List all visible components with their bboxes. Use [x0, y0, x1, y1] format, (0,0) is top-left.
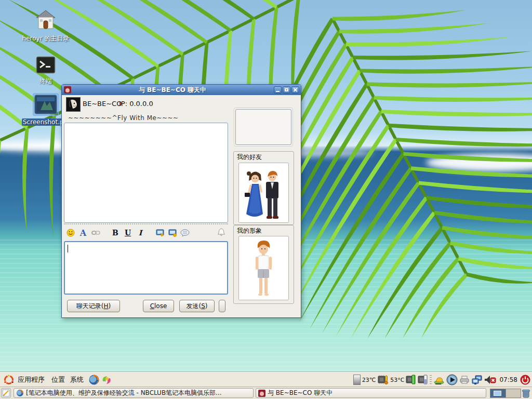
text-caret	[68, 245, 68, 252]
peer-signature: ~~~~~~~~^Fly With Me~~~~	[68, 114, 179, 122]
link-button[interactable]	[91, 228, 100, 237]
chat-app-icon	[258, 390, 265, 397]
dialog-buttons: 聊天记录(H) Close 发送(S)	[62, 300, 230, 314]
window-controls	[274, 86, 299, 94]
self-avatar-art	[239, 236, 288, 300]
cpu-meter-applet[interactable]	[353, 375, 361, 385]
italic-button[interactable]: I	[136, 228, 145, 237]
menu-applications[interactable]: 应用程序	[16, 373, 47, 387]
send-options-button[interactable]	[219, 300, 225, 312]
taskbar-window-chat[interactable]: 与 BE~BE~CO 聊天中	[256, 388, 486, 398]
maximize-button[interactable]	[283, 86, 290, 94]
printer-icon[interactable]	[459, 375, 470, 384]
close-chat-button[interactable]: Close	[143, 300, 174, 312]
workspace-switcher[interactable]	[490, 389, 521, 398]
history-button[interactable]: 聊天记录(H)	[67, 300, 120, 312]
terminal-icon	[36, 56, 56, 74]
workspace-window-thumb	[494, 391, 501, 396]
chip-thermometer-icon[interactable]	[377, 375, 389, 385]
workspace-1-active[interactable]	[490, 389, 506, 397]
desktop-icon-label: heroyr 的主目录	[22, 35, 70, 42]
desktop-icon-terminal[interactable]: 终端	[22, 56, 70, 85]
quit-power-button[interactable]	[520, 375, 530, 385]
screenshot-image-icon	[34, 95, 57, 114]
desktop: heroyr 的主目录 终端 Screenshot.p...	[0, 0, 532, 399]
chat-toolbar: A B U I	[66, 227, 226, 239]
volume-muted-icon[interactable]	[484, 375, 497, 385]
ambient-temperature[interactable]: 23℃	[362, 377, 376, 383]
home-folder-icon	[35, 9, 56, 31]
window-title: 与 BE~BE~CO 聊天中	[71, 85, 274, 95]
chat-app-icon	[64, 86, 71, 94]
bold-button[interactable]: B	[111, 228, 120, 237]
minimize-button[interactable]	[274, 86, 282, 94]
self-image-label: 我的形象	[237, 227, 262, 235]
friends-label: 我的好友	[237, 153, 262, 162]
send-button[interactable]: 发送(S)	[179, 300, 215, 312]
taskbar-window-firefox[interactable]: [笔记本电脑使用、维护及保修经验交流 - NBCLUB笔记本电脑俱乐部...	[14, 388, 254, 398]
tray-drag-handle[interactable]	[430, 375, 432, 384]
selection-highlight	[33, 93, 59, 116]
chat-history[interactable]	[64, 123, 228, 223]
input-method-icon[interactable]	[433, 375, 445, 385]
peer-ip: IP: 0.0.0.0	[119, 100, 153, 108]
cpu-temperature[interactable]: 53°C	[390, 377, 404, 383]
peer-avatar[interactable]	[66, 97, 81, 112]
gnome-panel: 应用程序 位置 系统 23℃	[0, 372, 532, 387]
desktop-icon-home[interactable]: heroyr 的主目录	[22, 9, 70, 42]
notify-bell-icon[interactable]	[217, 227, 226, 236]
menu-places[interactable]: 位置	[49, 373, 67, 387]
peer-video-box	[234, 108, 293, 147]
system-tray: 23℃ 53°C	[353, 373, 530, 387]
firefox-launcher-icon[interactable]	[88, 374, 100, 385]
peer-name: BE~BE~CO	[83, 100, 122, 108]
self-image-groupbox: 我的形象	[233, 225, 294, 304]
friends-groupbox: 我的好友	[233, 151, 294, 225]
workspace-2[interactable]	[506, 389, 521, 397]
couple-avatar-art	[239, 163, 288, 222]
chip-green-bar-icon[interactable]	[406, 375, 416, 385]
window-list-taskbar: [笔记本电脑使用、维护及保修经验交流 - NBCLUB笔记本电脑俱乐部... 与…	[0, 387, 532, 399]
close-button[interactable]	[291, 86, 299, 94]
menu-system[interactable]: 系统	[68, 373, 86, 387]
screen-capture-button[interactable]	[155, 228, 165, 237]
trash-applet-icon[interactable]	[521, 388, 531, 398]
media-player-icon[interactable]	[446, 374, 458, 385]
self-avatar-picture[interactable]	[238, 236, 289, 300]
chat-window-body: BE~BE~CO IP: 0.0.0.0 ~~~~~~~~^Fly With M…	[62, 95, 301, 317]
ubuntu-menu-icon[interactable]	[3, 374, 15, 385]
clock[interactable]: 07:58	[499, 376, 517, 383]
message-input[interactable]	[64, 241, 228, 295]
emoticon-button[interactable]	[66, 228, 75, 237]
send-image-button[interactable]	[168, 228, 177, 237]
peer-video-inner	[235, 109, 291, 145]
chat-window: 与 BE~BE~CO 聊天中 BE~BE~CO IP: 0.0.0.0 ~~~~…	[61, 84, 301, 318]
friends-picture[interactable]	[238, 163, 289, 223]
quick-reply-button[interactable]	[180, 228, 190, 237]
firefox-icon	[16, 389, 24, 397]
im-launcher-icon[interactable]	[101, 374, 112, 385]
underline-button[interactable]: U	[123, 228, 132, 237]
desktop-icon-label: 终端	[22, 77, 70, 85]
chat-window-titlebar[interactable]: 与 BE~BE~CO 聊天中	[62, 85, 301, 95]
network-monitor-icon[interactable]	[471, 375, 483, 385]
chip-purple-bar-icon[interactable]	[418, 375, 428, 385]
show-desktop-button[interactable]	[1, 388, 11, 398]
font-button[interactable]: A	[78, 228, 88, 237]
